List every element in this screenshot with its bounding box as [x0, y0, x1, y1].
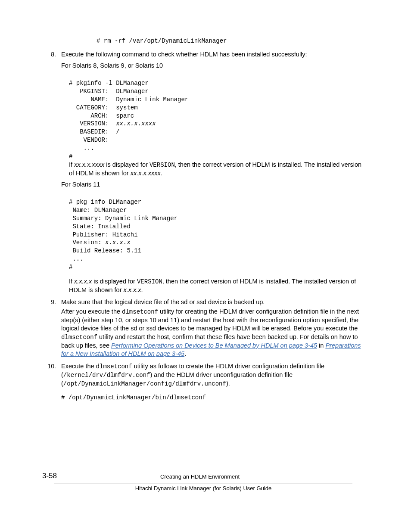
page-content: # rm -rf /var/opt/DynamicLinkManager 8. … [0, 0, 411, 508]
page-number: 3-58 [42, 471, 57, 481]
for-solaris-10-label: For Solaris 8, Solaris 9, or Solaris 10 [61, 62, 364, 70]
step-10: 10. Execute the dlmsetconf utility as fo… [42, 362, 364, 402]
for-solaris-11-label: For Solaris 11 [61, 180, 364, 189]
step-8: 8. Execute the following command to chec… [42, 50, 364, 298]
step-8-number: 8. [42, 50, 61, 298]
step-8-para10: If xx.x.x.xxxx is displayed for VERSION,… [69, 161, 364, 177]
step-9-number: 9. [42, 298, 61, 361]
step-9-line1: Make sure that the logical device file o… [61, 298, 364, 307]
step-9-para: After you execute the dlmsetconf utility… [61, 308, 364, 358]
step-9-body: Make sure that the logical device file o… [61, 298, 364, 361]
step-10-body: Execute the dlmsetconf utility as follow… [61, 362, 364, 402]
step-9: 9. Make sure that the logical device fil… [42, 298, 364, 361]
step-8-body: Execute the following command to check w… [61, 50, 364, 298]
page-footer: 3-58 Creating an HDLM Environment Hitach… [42, 471, 364, 493]
step-8-intro: Execute the following command to check w… [61, 50, 364, 59]
step-8-para11: If x.x.x.x is displayed for VERSION, the… [69, 277, 364, 294]
footer-chapter-title: Creating an HDLM Environment [160, 473, 240, 480]
code-dlmsetconf: # /opt/DynamicLinkManager/bin/dlmsetconf [61, 394, 364, 402]
step-10-para: Execute the dlmsetconf utility as follow… [61, 362, 364, 388]
code-rm: # rm -rf /var/opt/DynamicLinkManager [97, 37, 364, 45]
code-pkginfo-solaris11: # pkg info DLManager Name: DLManager Sum… [69, 198, 364, 271]
footer-divider [54, 483, 352, 483]
footer-book-title: Hitachi Dynamic Link Manager (for Solari… [135, 485, 271, 492]
step-10-number: 10. [42, 362, 61, 402]
code-pkginfo-solaris10: # pkginfo -l DLManager PKGINST: DLManage… [69, 79, 364, 161]
link-performing-operations[interactable]: Performing Operations on Devices to Be M… [111, 342, 317, 349]
